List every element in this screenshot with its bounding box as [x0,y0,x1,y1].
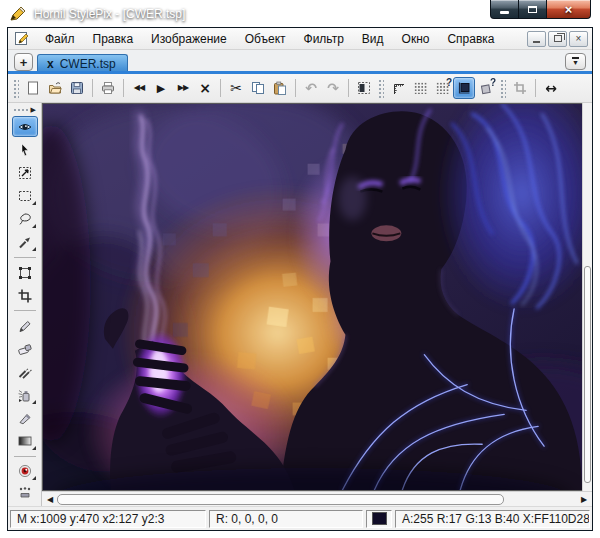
ruler-icon [391,81,405,95]
shape-snap-button[interactable]: ? [475,77,497,99]
toolbar-separator [123,79,124,97]
app-window: Hornil StylePix - [CWER.tsp] × Файл Прав… [0,0,600,538]
menu-view[interactable]: Вид [353,30,393,48]
menu-object[interactable]: Объект [236,30,295,48]
tool-eraser[interactable] [12,338,38,359]
tool-separator [14,310,36,311]
redo-button[interactable]: ↷ [322,77,344,99]
horizontal-scrollbar-thumb[interactable] [57,494,504,505]
ruler-button[interactable] [387,77,409,99]
new-tab-button[interactable]: + [14,53,33,71]
grid-button[interactable] [409,77,431,99]
vertical-scrollbar[interactable] [582,103,592,491]
horizontal-scrollbar-track[interactable] [57,493,577,506]
maximize-icon [528,6,537,13]
history-forward-button[interactable]: ▶▶ [172,77,194,99]
close-icon: × [565,3,573,16]
tab-strip-accent [8,71,592,74]
tool-transform-selection[interactable] [12,163,38,184]
maximize-button[interactable] [519,0,546,19]
scroll-right-arrow[interactable]: ▶ [579,495,589,504]
new-file-button[interactable] [22,77,44,99]
transform-selection-icon [17,165,33,181]
toolbar-grip[interactable] [500,79,506,98]
print-button[interactable] [97,77,119,99]
tab-label: CWER.tsp [60,57,116,71]
horizontal-scrollbar[interactable]: ◀ ▶ [42,491,592,506]
fast-forward-icon: ▶▶ [178,84,188,92]
cut-button[interactable]: ✂ [225,77,247,99]
menu-window[interactable]: Окно [393,30,439,48]
vertical-scrollbar-thumb[interactable] [584,266,591,483]
toolbar-separator [220,79,221,97]
history-delete-button[interactable]: × [194,77,216,99]
document-pencil-icon [14,31,30,46]
open-file-button[interactable] [44,77,66,99]
tool-rect-select[interactable] [12,186,38,207]
tool-knife[interactable] [12,408,38,429]
tool-lasso-select[interactable] [12,209,38,230]
tool-crop[interactable] [12,285,38,306]
tool-stamp[interactable] [12,484,38,505]
save-button[interactable] [66,77,88,99]
crop-icon [513,81,527,95]
paste-icon [273,81,287,95]
tool-palette: ▶ [8,103,42,506]
tool-gradient[interactable] [12,431,38,452]
tool-pencil[interactable] [12,315,38,336]
tab-list-button[interactable]: ▼ [565,53,586,70]
tool-pan-view[interactable] [12,116,38,137]
tool-palette-grip[interactable]: ▶ [13,105,37,115]
pencil-icon [17,318,33,334]
tool-brush[interactable] [12,361,38,382]
overflow-arrow-icon: ▶ [31,106,36,114]
tool-shape[interactable] [12,262,38,283]
gradient-icon [17,433,33,449]
title-bar[interactable]: Hornil StylePix - [CWER.tsp] × [0,0,600,27]
selection-display-button[interactable] [353,77,375,99]
question-icon: ? [446,77,452,88]
selection-rect-info: R: 0, 0, 0, 0 [216,512,278,526]
close-button[interactable]: × [546,0,591,19]
tool-select[interactable] [12,139,38,160]
minimize-button[interactable] [490,0,519,19]
scissors-icon: ✂ [230,81,242,95]
undo-button[interactable]: ↶ [300,77,322,99]
double-brush-icon [17,364,33,380]
eraser-icon [17,341,33,357]
pixel-color-info: A:255 R:17 G:13 B:40 X:FF110D28 [402,512,590,526]
toolbar-grip[interactable] [378,79,384,98]
tab-close-icon[interactable]: x [47,57,54,71]
history-play-button[interactable]: ▶ [150,77,172,99]
red-eye-icon [17,463,33,479]
plus-icon: + [20,56,28,69]
mdi-minimize-icon [533,41,540,43]
menu-edit[interactable]: Правка [84,30,143,48]
mdi-restore-button[interactable] [548,31,567,47]
toolbar-grip[interactable] [13,79,19,98]
canvas-area[interactable] [42,103,582,491]
mdi-close-button[interactable]: × [569,31,588,47]
history-back-button[interactable]: ◀◀ [128,77,150,99]
mdi-minimize-button[interactable] [527,31,546,47]
tool-red-eye[interactable] [12,461,38,482]
tool-color-picker[interactable] [12,232,38,253]
menu-image[interactable]: Изображение [142,30,236,48]
copy-button[interactable] [247,77,269,99]
menu-file[interactable]: Файл [36,30,84,48]
tool-airbrush[interactable] [12,384,38,405]
shape-handles-icon [17,265,33,281]
canvas-bounds-button[interactable] [453,77,475,99]
crop-apply-button[interactable] [509,77,531,99]
scroll-left-arrow[interactable]: ◀ [45,495,55,504]
play-icon: ▶ [157,83,165,94]
menu-filter[interactable]: Фильтр [295,30,353,48]
mdi-close-icon: × [576,34,582,44]
canvas-image[interactable] [43,104,582,490]
status-rect-panel: R: 0, 0, 0, 0 [209,510,363,528]
rewind-icon: ◀◀ [134,84,144,92]
resize-button[interactable]: ↔ [540,77,562,99]
menu-help[interactable]: Справка [438,30,503,48]
paste-button[interactable] [269,77,291,99]
snap-grid-button[interactable]: ? [431,77,453,99]
